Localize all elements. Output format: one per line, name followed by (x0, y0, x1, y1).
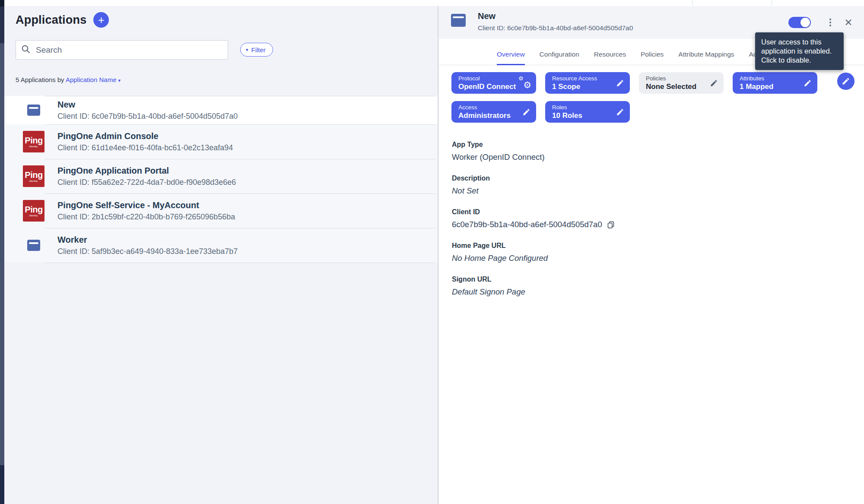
user-access-toggle[interactable] (788, 17, 811, 28)
filter-label: Filter (251, 46, 266, 54)
top-bar-separator (692, 0, 692, 6)
generic-app-icon (27, 240, 40, 251)
tab-attribute-mappings[interactable]: Attribute Mappings (678, 44, 734, 65)
field-client-id: Client ID 6c0e7b9b-5b1a-40bd-a6ef-5004d5… (452, 208, 694, 229)
field-label: App Type (452, 141, 694, 149)
chip-value: None Selected (646, 82, 696, 91)
application-name: PingOne Application Portal (57, 166, 236, 176)
panel-divider (438, 6, 438, 504)
chip-policies[interactable]: Policies None Selected (639, 72, 724, 94)
chip-resource-access[interactable]: Resource Access 1 Scope (545, 72, 630, 94)
application-list-item[interactable]: PingIdentity. PingOne Self-Service - MyA… (4, 193, 438, 228)
search-input[interactable] (36, 45, 222, 55)
rail-segment (0, 465, 4, 504)
application-name: PingOne Self-Service - MyAccount (57, 200, 235, 210)
add-application-button[interactable]: + (93, 12, 109, 28)
page-title: Applications (16, 13, 86, 27)
panel-client-id: Client ID: 6c0e7b9b-5b1a-40bd-a6ef-5004d… (478, 24, 633, 32)
field-label: Description (452, 174, 694, 182)
tab-configuration[interactable]: Configuration (540, 44, 579, 65)
chip-label: Access (458, 104, 511, 111)
application-name: PingOne Admin Console (57, 131, 233, 141)
tab-overview[interactable]: Overview (497, 44, 525, 65)
field-label: Signon URL (452, 276, 694, 283)
summary-chips: Protocol OpenID Connect ⚙⚙ Resource Acce… (451, 72, 823, 123)
tab-policies[interactable]: Policies (641, 44, 664, 65)
generic-app-icon (27, 105, 40, 116)
chip-value: Administrators (458, 111, 511, 120)
pencil-icon (616, 79, 624, 87)
field-value: 6c0e7b9b-5b1a-40bd-a6ef-5004d505d7a0 (452, 220, 602, 229)
field-value: Default Signon Page (452, 287, 525, 297)
chip-protocol[interactable]: Protocol OpenID Connect ⚙⚙ (451, 72, 536, 94)
field-label: Home Page URL (452, 242, 694, 250)
field-value: No Home Page Configured (452, 254, 548, 263)
chip-access[interactable]: Access Administrators (451, 101, 536, 123)
panel-app-title: New (478, 11, 496, 21)
field-description: Description Not Set (452, 174, 694, 196)
chevron-down-icon: ▾ (118, 78, 121, 83)
tooltip-line: User access to this (761, 38, 838, 47)
pencil-icon (522, 108, 530, 116)
close-panel-button[interactable]: ✕ (842, 16, 855, 29)
chevron-down-icon: ▾ (246, 47, 248, 53)
application-name: New (57, 100, 238, 110)
applications-count: 5 Applications by Application Name▾ (16, 76, 121, 83)
chip-value: 10 Roles (552, 111, 582, 120)
pencil-icon (710, 79, 718, 87)
application-client-id: Client ID: 2b1c59bf-c220-4b0b-b769-f2650… (57, 212, 235, 222)
top-bar-separator (772, 0, 772, 6)
overview-fields: App Type Worker (OpenID Connect) Descrip… (452, 141, 694, 309)
list-end-divider (4, 263, 438, 263)
chip-label: Policies (646, 75, 696, 82)
field-value: Not Set (452, 186, 479, 196)
application-client-id: Client ID: 61d1e4ee-f016-40fa-bc61-0e2c1… (57, 143, 233, 152)
edit-pencil-circle-button[interactable] (837, 73, 854, 90)
chip-attributes[interactable]: Attributes 1 Mapped (733, 72, 817, 94)
chip-roles[interactable]: Roles 10 Roles (545, 101, 630, 123)
field-signon-url: Signon URL Default Signon Page (452, 276, 694, 297)
pencil-icon (616, 108, 624, 116)
generic-app-icon (451, 14, 466, 27)
application-client-id: Client ID: 5af9b3ec-a649-4940-833a-1ee73… (57, 247, 238, 256)
more-options-kebab-icon[interactable] (824, 16, 836, 29)
application-client-id: Client ID: f55a62e2-722d-4da7-bd0e-f90e9… (57, 178, 236, 187)
chip-value: 1 Mapped (740, 82, 773, 91)
pencil-icon (804, 79, 812, 87)
application-list-item[interactable]: New Client ID: 6c0e7b9b-5b1a-40bd-a6ef-5… (4, 96, 438, 124)
application-list-item[interactable]: PingIdentity. PingOne Admin Console Clie… (4, 124, 438, 159)
chip-value: 1 Scope (552, 82, 597, 91)
sort-label: Application Name (66, 76, 117, 83)
chip-value: OpenID Connect (458, 82, 516, 91)
tab-resources[interactable]: Resources (594, 44, 626, 65)
application-client-id: Client ID: 6c0e7b9b-5b1a-40bd-a6ef-5004d… (57, 112, 238, 121)
panel-tabs: OverviewConfigurationResourcesPoliciesAt… (497, 44, 771, 65)
application-list-item[interactable]: Worker Client ID: 5af9b3ec-a649-4940-833… (4, 228, 438, 263)
count-text: 5 Applications by (16, 76, 64, 83)
tooltip-line: Click to disable. (761, 56, 838, 65)
ping-identity-logo: PingIdentity. (23, 200, 44, 222)
ping-identity-logo: PingIdentity. (23, 165, 44, 187)
application-list: New Client ID: 6c0e7b9b-5b1a-40bd-a6ef-5… (4, 96, 438, 263)
ping-identity-logo: PingIdentity. (23, 131, 44, 152)
chip-label: Attributes (740, 75, 773, 82)
sort-by-link[interactable]: Application Name▾ (66, 76, 121, 83)
applications-page: Applications + ▾ Filter 5 Applications b… (0, 0, 864, 504)
copy-icon[interactable] (607, 221, 615, 229)
chip-label: Roles (552, 104, 582, 111)
gear-icon: ⚙⚙ (519, 77, 530, 89)
filter-button[interactable]: ▾ Filter (240, 43, 273, 57)
application-list-item[interactable]: PingIdentity. PingOne Application Portal… (4, 159, 438, 193)
rail-segment (0, 6, 4, 43)
search-icon (21, 44, 31, 56)
search-box[interactable] (16, 40, 228, 60)
application-name: Worker (57, 235, 238, 245)
field-value: Worker (OpenID Connect) (452, 152, 545, 162)
collapsed-sidebar-rail[interactable] (0, 0, 4, 504)
tooltip-line: application is enabled. (761, 47, 838, 56)
top-bar (0, 0, 864, 6)
chip-label: Protocol (458, 75, 516, 82)
toggle-knob (800, 18, 810, 27)
rail-segment (0, 0, 4, 6)
field-home-page-url: Home Page URL No Home Page Configured (452, 242, 694, 263)
